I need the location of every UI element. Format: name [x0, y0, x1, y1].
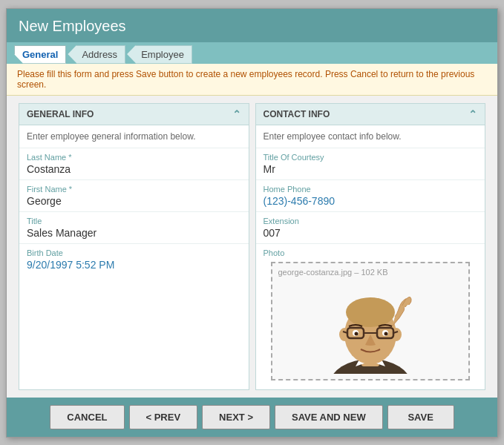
contact-collapse-icon[interactable]: ⌃: [468, 108, 477, 120]
field-last-name: Last Name * Costanza: [19, 148, 249, 180]
field-home-phone: Home Phone (123)-456-7890: [256, 180, 485, 212]
general-collapse-icon[interactable]: ⌃: [232, 108, 241, 120]
footer-bar: CANCEL < PREV NEXT > SAVE AND NEW SAVE: [7, 398, 497, 437]
contact-info-desc: Enter employee contact info below.: [256, 125, 485, 148]
main-window: New Employees General Address Employee P…: [6, 8, 498, 438]
tabs-bar: General Address Employee: [7, 42, 497, 64]
photo-image: [272, 281, 469, 374]
contact-info-panel: CONTACT INFO ⌃ Enter employee contact in…: [255, 103, 486, 390]
svg-point-7: [346, 297, 395, 327]
next-button[interactable]: NEXT >: [202, 405, 270, 429]
save-and-new-button[interactable]: SAVE AND NEW: [275, 405, 383, 429]
photo-upload-area[interactable]: george-costanza.jpg – 102 KB: [271, 262, 471, 380]
employee-photo-svg: [315, 281, 426, 374]
field-first-name: First Name * George: [19, 180, 249, 212]
cancel-button[interactable]: CANCEL: [50, 405, 124, 429]
field-title: Title Sales Manager: [19, 212, 249, 244]
field-title-courtesy: Title Of Courtesy Mr: [256, 148, 485, 180]
save-button[interactable]: SAVE: [387, 405, 454, 429]
window-header: New Employees: [7, 9, 497, 42]
contact-info-header: CONTACT INFO ⌃: [256, 104, 485, 125]
window-title: New Employees: [19, 18, 126, 34]
general-info-panel: GENERAL INFO ⌃ Enter employee general in…: [19, 103, 249, 390]
prev-button[interactable]: < PREV: [129, 405, 198, 429]
svg-point-16: [384, 332, 387, 335]
general-info-header: GENERAL INFO ⌃: [19, 104, 249, 125]
general-info-desc: Enter employee general information below…: [19, 125, 249, 148]
field-photo: Photo george-costanza.jpg – 102 KB: [256, 244, 485, 389]
tab-employee[interactable]: Employee: [127, 45, 192, 64]
svg-point-15: [354, 332, 358, 335]
field-birth-date: Birth Date 9/20/1997 5:52 PM: [19, 244, 249, 275]
form-body: GENERAL INFO ⌃ Enter employee general in…: [7, 96, 497, 398]
tab-general[interactable]: General: [14, 45, 66, 64]
notice-bar: Please fill this form and press Save but…: [7, 64, 497, 96]
field-extension: Extension 007: [256, 212, 485, 244]
tab-address[interactable]: Address: [68, 45, 125, 64]
